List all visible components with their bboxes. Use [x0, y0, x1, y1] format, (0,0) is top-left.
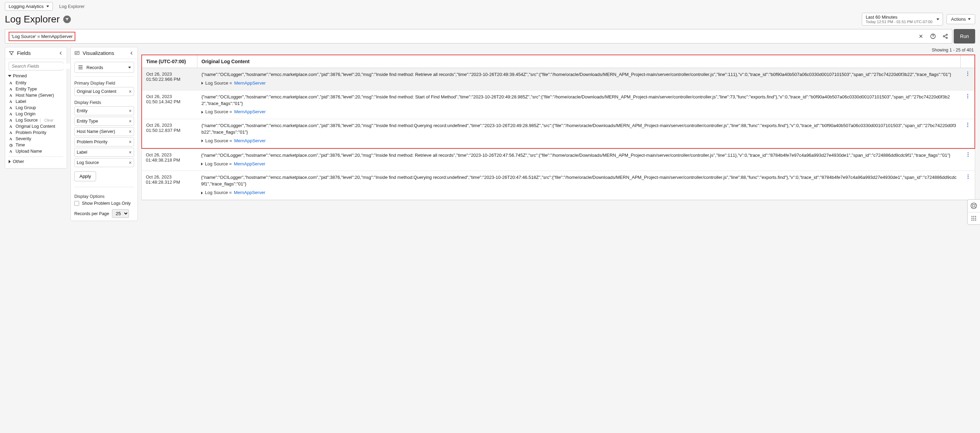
- remove-icon[interactable]: ×: [129, 119, 132, 124]
- remove-icon[interactable]: ×: [129, 108, 132, 114]
- cell-time: Oct 26, 202301:50:14.342 PM: [142, 90, 197, 119]
- fields-search-input[interactable]: [12, 63, 70, 69]
- field-item[interactable]: ALog Source | Clear: [10, 117, 63, 123]
- other-group[interactable]: Other: [9, 159, 63, 164]
- analytics-dropdown[interactable]: Logging Analytics: [5, 2, 53, 11]
- checkbox-icon: [74, 201, 79, 206]
- cell-time: Oct 26, 202301:48:28.312 PM: [142, 171, 197, 200]
- remove-icon[interactable]: ×: [129, 160, 132, 165]
- table-row[interactable]: Oct 26, 202301:48:38.218 PM{"name":"OCIL…: [142, 149, 975, 171]
- remove-icon[interactable]: ×: [129, 149, 132, 155]
- share-icon[interactable]: [942, 33, 948, 40]
- remove-icon[interactable]: ×: [129, 89, 132, 94]
- table-row[interactable]: Oct 26, 202301:50:22.966 PM{"name":"OCIL…: [142, 68, 974, 90]
- page-title: Log Explorer: [5, 14, 71, 25]
- actions-button[interactable]: Actions: [947, 14, 975, 24]
- fields-panel: Fields Pinned AEntityAEntity TypeAHost N…: [5, 47, 67, 168]
- table-row[interactable]: Oct 26, 202301:50:12.837 PM{"name":"OCIL…: [142, 119, 974, 148]
- display-fields-label: Display Fields: [74, 100, 134, 105]
- query-input[interactable]: 'Log Source' = MernAppServer: [9, 32, 75, 41]
- field-item[interactable]: AOriginal Log Content: [10, 123, 63, 130]
- fields-search[interactable]: [9, 62, 63, 70]
- field-item[interactable]: AHost Name (Server): [10, 92, 63, 98]
- display-field-chip[interactable]: Entity Type×: [74, 117, 134, 126]
- problem-logs-checkbox[interactable]: Show Problem Logs Only: [74, 201, 134, 206]
- th-time[interactable]: Time (UTC-07:00): [142, 55, 197, 68]
- collapse-left-icon[interactable]: [59, 51, 63, 56]
- display-field-chip[interactable]: Label×: [74, 148, 134, 157]
- display-field-chip[interactable]: Host Name (Server)×: [74, 127, 134, 136]
- log-source-link[interactable]: MernAppServer: [234, 80, 266, 87]
- clear-icon[interactable]: [918, 33, 924, 39]
- primary-field-label: Primary Display Field: [74, 81, 134, 86]
- field-type-icon: A: [10, 124, 13, 128]
- log-source-link[interactable]: MernAppServer: [234, 109, 266, 115]
- chevron-down-icon: [937, 18, 939, 20]
- triangle-right-icon[interactable]: [201, 163, 203, 165]
- table-header: Time (UTC-07:00) Original Log Content: [142, 55, 974, 68]
- field-item[interactable]: ALog Origin: [10, 111, 63, 117]
- field-item[interactable]: Time: [10, 142, 63, 148]
- field-name: Upload Name: [16, 149, 42, 154]
- results-area: Showing 1 - 25 of 401 Time (UTC-07:00) O…: [142, 47, 975, 200]
- collapse-left-icon[interactable]: [129, 51, 134, 56]
- pinned-group[interactable]: Pinned: [9, 73, 63, 78]
- log-source-link[interactable]: MernAppServer: [234, 190, 266, 196]
- svg-point-13: [974, 218, 974, 219]
- field-name: Entity: [16, 81, 26, 85]
- remove-icon[interactable]: ×: [129, 139, 132, 145]
- table-row[interactable]: Oct 26, 202301:48:28.312 PM{"name":"OCIL…: [142, 171, 975, 200]
- triangle-right-icon[interactable]: [202, 111, 203, 114]
- rpp-select[interactable]: 25: [112, 209, 129, 218]
- triangle-right-icon[interactable]: [202, 140, 203, 142]
- field-name: Entity Type: [16, 87, 37, 92]
- help-icon[interactable]: [930, 33, 936, 40]
- triangle-right-icon[interactable]: [202, 82, 203, 85]
- cell-content: {"name":"OCILogger","hostname":"emcc.mar…: [197, 68, 961, 90]
- field-item[interactable]: ALabel: [10, 98, 63, 105]
- row-actions-icon[interactable]: [967, 71, 968, 76]
- field-type-icon: A: [10, 118, 13, 122]
- field-type-icon: A: [10, 81, 13, 85]
- table-row[interactable]: Oct 26, 202301:50:14.342 PM{"name":"OCIL…: [142, 90, 974, 119]
- records-selector[interactable]: Records: [74, 62, 134, 73]
- run-button[interactable]: Run: [954, 29, 975, 43]
- field-type-icon: A: [10, 149, 13, 153]
- apply-button[interactable]: Apply: [74, 171, 96, 181]
- cell-content: {"name":"OCILogger","hostname":"emcc.mar…: [197, 149, 961, 171]
- triangle-right-icon[interactable]: [201, 192, 203, 194]
- field-item[interactable]: AProblem Priority: [10, 130, 63, 136]
- display-field-chip[interactable]: Entity×: [74, 106, 134, 115]
- field-item[interactable]: AEntity Type: [10, 86, 63, 92]
- breadcrumb[interactable]: Log Explorer: [59, 4, 85, 9]
- display-options-label: Display Options: [74, 194, 134, 199]
- field-item[interactable]: AEntity: [10, 80, 63, 86]
- display-field-chip[interactable]: Problem Priority×: [74, 138, 134, 146]
- time-range-picker[interactable]: Last 60 Minutes Today 12:51 PM - 01:51 P…: [862, 13, 943, 25]
- field-clear[interactable]: Clear: [44, 118, 53, 122]
- log-source-link[interactable]: MernAppServer: [234, 138, 266, 144]
- apps-grid-icon[interactable]: [967, 212, 980, 224]
- field-type-icon: A: [10, 106, 13, 110]
- field-item[interactable]: ASeverity: [10, 136, 63, 142]
- row-actions-icon[interactable]: [967, 152, 969, 157]
- filter-circle-icon[interactable]: [63, 16, 71, 23]
- caret-down-icon: [968, 18, 970, 20]
- svg-point-12: [971, 218, 972, 219]
- list-icon: [77, 64, 84, 70]
- field-name: Log Source: [16, 118, 38, 122]
- field-item[interactable]: ALog Group: [10, 105, 63, 111]
- row-actions-icon[interactable]: [967, 174, 969, 179]
- primary-field-chip[interactable]: Original Log Content ×: [74, 87, 134, 96]
- field-item[interactable]: AUpload Name: [10, 148, 63, 154]
- log-source-link[interactable]: MernAppServer: [234, 161, 266, 168]
- cell-time: Oct 26, 202301:50:12.837 PM: [142, 119, 197, 148]
- row-actions-icon[interactable]: [967, 122, 968, 127]
- display-field-chip[interactable]: Log Source×: [74, 158, 134, 167]
- remove-icon[interactable]: ×: [129, 129, 132, 134]
- field-name: Severity: [16, 136, 31, 141]
- row-actions-icon[interactable]: [967, 94, 968, 98]
- th-content[interactable]: Original Log Content: [197, 55, 961, 68]
- lifebuoy-icon[interactable]: [967, 200, 980, 212]
- field-type-icon: A: [10, 87, 13, 91]
